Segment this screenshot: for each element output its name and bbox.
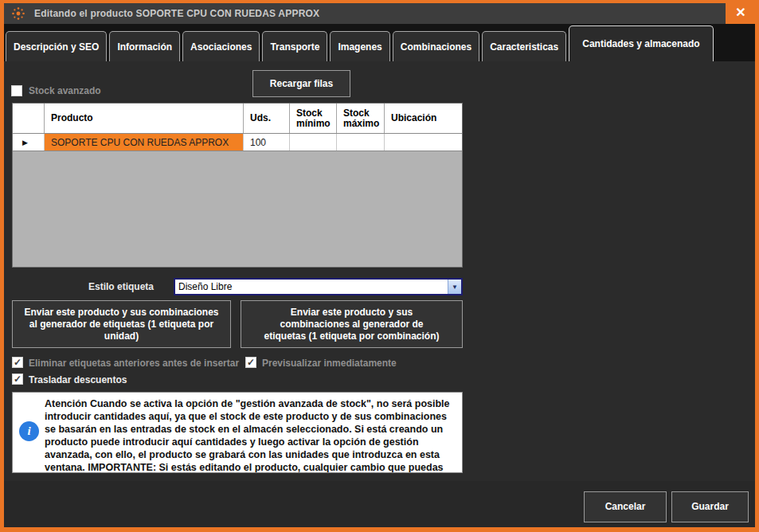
trasladar-descuentos-checkbox[interactable]: ✓ (12, 374, 23, 385)
close-icon[interactable]: ✕ (726, 0, 756, 24)
tabstrip: Descripción y SEO Información Asociacion… (4, 24, 755, 61)
table-row[interactable]: ▶ SOPORTE CPU CON RUEDAS APPROX 100 (13, 134, 462, 151)
stock-grid: Producto Uds. Stock mínimo Stock máximo … (12, 103, 463, 268)
chevron-down-icon[interactable]: ▼ (448, 280, 461, 294)
info-box: i Atención Cuando se activa la opción de… (12, 392, 463, 473)
previsualizar-checkbox[interactable]: ✓ (245, 357, 256, 368)
grid-header: Producto Uds. Stock mínimo Stock máximo … (13, 104, 462, 134)
cancel-button[interactable]: Cancelar (584, 491, 667, 522)
app-logo-icon (10, 6, 26, 22)
recargar-filas-button[interactable]: Recargar filas (252, 70, 350, 97)
tab-content-cantidades: Stock avanzado Recargar filas Producto U… (4, 61, 755, 527)
eliminar-etiquetas-label: Eliminar etiquetas anteriores antes de i… (29, 358, 239, 369)
header-stock-minimo[interactable]: Stock mínimo (290, 104, 337, 133)
tab-combinaciones[interactable]: Combinaciones (393, 31, 479, 61)
enviar-etiqueta-combinacion-button[interactable]: Enviar este producto y sus combinaciones… (241, 300, 463, 348)
app-window: Editando el producto SOPORTE CPU CON RUE… (0, 0, 759, 532)
cell-stock-maximo[interactable] (337, 134, 385, 151)
titlebar: Editando el producto SOPORTE CPU CON RUE… (4, 3, 755, 24)
estilo-etiqueta-label: Estilo etiqueta (50, 281, 154, 292)
tab-transporte[interactable]: Transporte (262, 31, 327, 61)
tab-cantidades-y-almacenado[interactable]: Cantidades y almacenado (569, 25, 713, 61)
tab-descripcion-y-seo[interactable]: Descripción y SEO (6, 31, 107, 61)
header-stock-maximo[interactable]: Stock máximo (337, 104, 385, 133)
header-producto[interactable]: Producto (45, 104, 244, 133)
cell-ubicacion[interactable] (385, 134, 462, 151)
window-inner: Editando el producto SOPORTE CPU CON RUE… (4, 3, 755, 527)
cell-stock-minimo[interactable] (290, 134, 337, 151)
info-text: Atención Cuando se activa la opción de "… (45, 397, 452, 471)
estilo-etiqueta-value: Diseño Libre (175, 281, 448, 292)
row-selector-icon: ▶ (19, 139, 28, 147)
check-icon: ✓ (14, 358, 22, 367)
info-icon: i (19, 421, 39, 441)
check-icon: ✓ (247, 358, 255, 367)
tab-asociaciones[interactable]: Asociaciones (182, 31, 260, 61)
previsualizar-label: Previsualizar inmediatamente (262, 358, 397, 369)
stock-avanzado-checkbox[interactable] (11, 85, 22, 96)
tab-caracteristicas[interactable]: Caracteristicas (482, 31, 566, 61)
check-icon: ✓ (14, 374, 22, 384)
tab-imagenes[interactable]: Imagenes (330, 31, 389, 61)
cell-uds[interactable]: 100 (244, 134, 290, 151)
header-ubicacion[interactable]: Ubicación (385, 104, 462, 133)
stock-avanzado-label: Stock avanzado (29, 85, 101, 96)
window-title: Editando el producto SOPORTE CPU CON RUE… (34, 8, 319, 19)
enviar-etiqueta-unidad-button[interactable]: Enviar este producto y sus combinaciones… (12, 300, 231, 348)
row-selector-cell[interactable]: ▶ (13, 134, 45, 151)
save-button[interactable]: Guardar (671, 491, 749, 522)
trasladar-descuentos-label: Trasladar descuentos (29, 374, 127, 385)
cell-producto[interactable]: SOPORTE CPU CON RUEDAS APPROX (45, 134, 244, 151)
tab-informacion[interactable]: Información (109, 31, 180, 61)
eliminar-etiquetas-checkbox[interactable]: ✓ (12, 357, 23, 368)
header-uds[interactable]: Uds. (244, 104, 290, 133)
header-selector (13, 104, 45, 133)
estilo-etiqueta-select[interactable]: Diseño Libre ▼ (174, 278, 463, 295)
